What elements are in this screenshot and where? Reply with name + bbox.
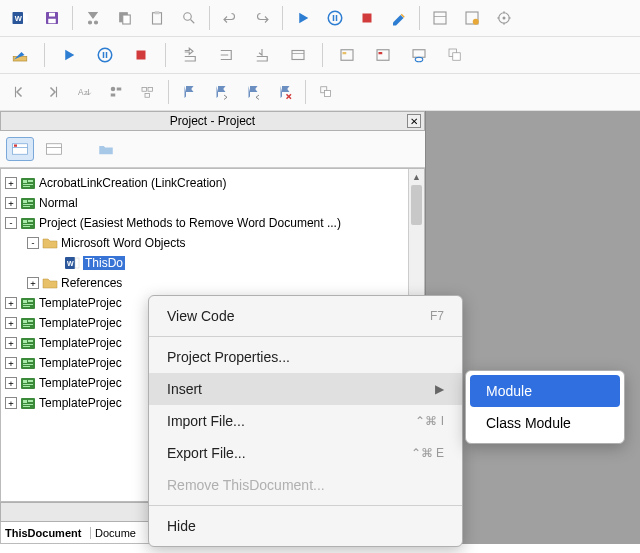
toggle-bookmark-icon[interactable]: [175, 78, 203, 106]
parameter-info-icon[interactable]: [134, 78, 162, 106]
locals-window-icon[interactable]: [333, 41, 361, 69]
watch-window-icon[interactable]: [405, 41, 433, 69]
menu-item[interactable]: Insert▶: [149, 373, 462, 405]
scrollbar-thumb[interactable]: [411, 185, 422, 225]
step-into-icon[interactable]: [176, 41, 204, 69]
menu-item[interactable]: Project Properties...: [149, 341, 462, 373]
call-stack-icon[interactable]: [441, 41, 469, 69]
menu-item-label: Export File...: [167, 445, 246, 461]
find-icon[interactable]: [175, 4, 203, 32]
expand-icon[interactable]: +: [5, 377, 17, 389]
redo-icon[interactable]: [248, 4, 276, 32]
tree-item[interactable]: +References: [1, 273, 424, 293]
step-out-icon[interactable]: [248, 41, 276, 69]
svg-rect-62: [23, 186, 30, 187]
view-code-icon[interactable]: [6, 137, 34, 161]
outdent-icon[interactable]: [312, 78, 340, 106]
quick-info-icon[interactable]: [102, 78, 130, 106]
svg-rect-100: [23, 386, 30, 387]
svg-rect-83: [28, 320, 33, 322]
svg-rect-102: [23, 400, 27, 403]
close-icon[interactable]: ✕: [407, 114, 421, 128]
vba-icon: [20, 315, 36, 331]
svg-rect-69: [23, 220, 27, 223]
clear-bookmarks-icon[interactable]: [271, 78, 299, 106]
submenu-item[interactable]: Module: [470, 375, 620, 407]
copy-icon[interactable]: [111, 4, 139, 32]
submenu-item[interactable]: Class Module: [466, 407, 624, 439]
undo-icon[interactable]: [216, 4, 244, 32]
separator: [322, 43, 323, 67]
expand-icon[interactable]: +: [5, 337, 17, 349]
view-object-icon[interactable]: [40, 137, 68, 161]
design-mode-icon[interactable]: [385, 4, 413, 32]
svg-point-10: [184, 13, 192, 21]
expand-icon[interactable]: +: [5, 357, 17, 369]
toolbar-edit: AZ: [0, 74, 640, 111]
run-icon[interactable]: [55, 41, 83, 69]
svg-marker-12: [299, 13, 308, 24]
collapse-icon[interactable]: -: [5, 217, 17, 229]
insert-submenu: ModuleClass Module: [465, 370, 625, 444]
context-menu: View CodeF7Project Properties...Insert▶I…: [148, 295, 463, 547]
pause-icon[interactable]: [91, 41, 119, 69]
prev-bookmark-icon[interactable]: [239, 78, 267, 106]
run-icon[interactable]: [289, 4, 317, 32]
menu-item[interactable]: Export File...⌃⌘ E: [149, 437, 462, 469]
step-over-icon[interactable]: [212, 41, 240, 69]
menu-item-label: Import File...: [167, 413, 245, 429]
tree-item[interactable]: -Microsoft Word Objects: [1, 233, 424, 253]
forward-icon[interactable]: [38, 78, 66, 106]
svg-text:A: A: [78, 88, 84, 97]
separator: [419, 6, 420, 30]
toolbox-icon[interactable]: [490, 4, 518, 32]
menu-item[interactable]: Import File...⌃⌘ I: [149, 405, 462, 437]
word-app-icon[interactable]: W: [6, 4, 34, 32]
project-explorer-icon[interactable]: [426, 4, 454, 32]
svg-rect-33: [377, 50, 389, 61]
svg-rect-60: [28, 180, 33, 182]
tree-item[interactable]: +AcrobatLinkCreation (LinkCreation): [1, 173, 424, 193]
svg-rect-4: [49, 13, 55, 17]
next-bookmark-icon[interactable]: [207, 78, 235, 106]
immediate-window-icon[interactable]: [369, 41, 397, 69]
tree-item-label: TemplateProjec: [39, 395, 122, 411]
tree-item[interactable]: +Normal: [1, 193, 424, 213]
expand-icon[interactable]: +: [5, 397, 17, 409]
svg-text:W: W: [15, 14, 23, 23]
run-to-cursor-icon[interactable]: [284, 41, 312, 69]
properties-icon[interactable]: [458, 4, 486, 32]
expand-icon[interactable]: +: [5, 317, 17, 329]
tree-item-label: TemplateProjec: [39, 375, 122, 391]
svg-rect-79: [23, 304, 33, 305]
expand-icon[interactable]: +: [5, 297, 17, 309]
scroll-up-icon[interactable]: ▲: [409, 169, 424, 185]
svg-rect-105: [23, 406, 30, 407]
vba-icon: [20, 395, 36, 411]
ruler-icon[interactable]: [6, 41, 34, 69]
tree-item-label: TemplateProjec: [39, 315, 122, 331]
vba-icon: [20, 335, 36, 351]
save-icon[interactable]: [38, 4, 66, 32]
stop-icon[interactable]: [353, 4, 381, 32]
tree-item[interactable]: WThisDo: [1, 253, 424, 273]
menu-item[interactable]: Hide: [149, 510, 462, 542]
back-icon[interactable]: [6, 78, 34, 106]
svg-rect-55: [14, 145, 17, 147]
cut-icon[interactable]: [79, 4, 107, 32]
tree-item[interactable]: -Project (Easiest Methods to Remove Word…: [1, 213, 424, 233]
pause-icon[interactable]: [321, 4, 349, 32]
svg-rect-28: [137, 51, 146, 60]
separator: [305, 80, 306, 104]
expand-icon[interactable]: +: [5, 197, 17, 209]
menu-item[interactable]: View CodeF7: [149, 300, 462, 332]
expand-icon[interactable]: +: [5, 177, 17, 189]
expand-icon[interactable]: +: [27, 277, 39, 289]
svg-rect-98: [28, 380, 33, 382]
svg-rect-99: [23, 384, 33, 385]
collapse-icon[interactable]: -: [27, 237, 39, 249]
stop-icon[interactable]: [127, 41, 155, 69]
list-members-icon[interactable]: AZ: [70, 78, 98, 106]
toggle-folders-icon[interactable]: [92, 137, 120, 161]
paste-icon[interactable]: [143, 4, 171, 32]
